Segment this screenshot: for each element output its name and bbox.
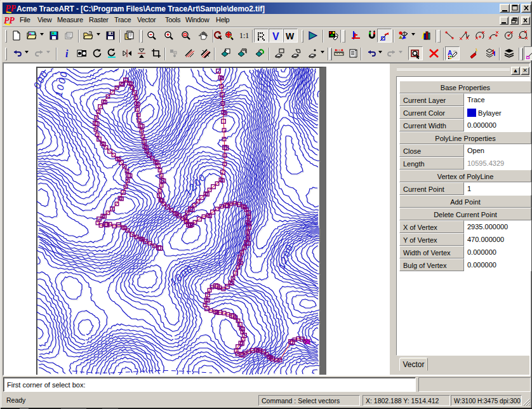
svg-text:V: V (272, 31, 279, 41)
svg-text:i: i (65, 48, 69, 58)
svg-text:1000: 1000 (53, 70, 69, 98)
svg-text:A: A (448, 50, 452, 57)
svg-text:1:1: 1:1 (239, 31, 249, 40)
svg-text:000: 000 (31, 68, 50, 90)
svg-text:W: W (286, 31, 295, 41)
